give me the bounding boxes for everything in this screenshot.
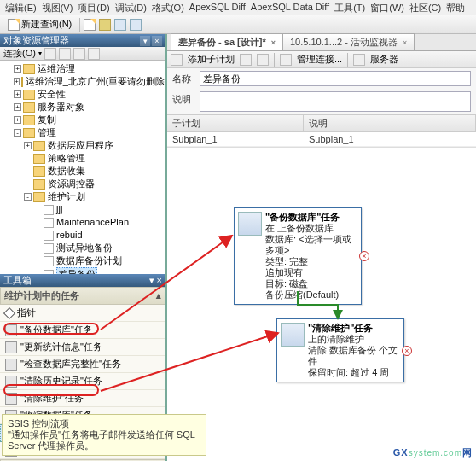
pointer-item[interactable]: 指针	[0, 305, 165, 322]
tree-label: 策略管理	[48, 152, 85, 165]
toolbox-title: 工具箱	[3, 274, 32, 287]
filter-icon[interactable]	[59, 48, 71, 60]
save-all-icon[interactable]	[130, 19, 142, 31]
tree-node[interactable]: +服务器对象	[3, 101, 165, 114]
tree-node[interactable]: 数据收集	[3, 165, 165, 178]
tree-twist-icon[interactable]: +	[14, 116, 21, 124]
menu-item[interactable]: 视图(V)	[42, 2, 73, 13]
tooltip-body: "通知操作员"任务将电子邮件发送给任何 SQL Server 代理操作员。	[8, 429, 200, 452]
tree-node[interactable]: +复制	[3, 114, 165, 126]
menu-item[interactable]: 项目(D)	[78, 2, 109, 13]
menu-item[interactable]: ApexSQL Diff	[189, 2, 246, 13]
delete-subplan-icon[interactable]	[257, 54, 269, 66]
tab-design[interactable]: 差异备份 - sa [设计]* ×	[171, 33, 283, 50]
new-query-button[interactable]: 新建查询(N)	[3, 16, 76, 32]
backup-database-task[interactable]: "备份数据库"任务 在 上备份数据库 数据库: <选择一项或多项> 类型: 完整…	[234, 207, 362, 305]
menu-item[interactable]: 调试(D)	[115, 2, 147, 13]
menu-item[interactable]: 格式(O)	[152, 2, 184, 13]
tab-close-icon[interactable]: ×	[403, 38, 407, 47]
save-icon[interactable]	[114, 19, 126, 31]
tree-label: 资源调控器	[48, 178, 95, 190]
add-subplan-button[interactable]: 添加子计划	[188, 53, 235, 66]
panel-dropdown-icon[interactable]: ▾	[140, 36, 150, 46]
tree-node[interactable]: +运维治理_北京广州(重要请勿删除)	[3, 75, 165, 88]
tree-node[interactable]: -管理	[3, 126, 165, 139]
task-icon	[5, 376, 17, 388]
task-item[interactable]: "清除维护"任务	[0, 390, 165, 407]
tree-node[interactable]: 差异备份	[3, 267, 165, 274]
tree-twist-icon[interactable]: +	[14, 78, 20, 85]
servers-button[interactable]: 服务器	[370, 53, 398, 66]
col-desc[interactable]: 说明	[304, 115, 476, 131]
tree-node[interactable]: +安全性	[3, 88, 165, 101]
task-item[interactable]: "更新统计信息"任务	[0, 339, 165, 356]
connect-label[interactable]: 连接(O)	[3, 47, 36, 60]
tree-twist-icon[interactable]: -	[14, 129, 21, 137]
task-item[interactable]: "检查数据库完整性"任务	[0, 356, 165, 373]
tree-node[interactable]: rebuid	[3, 229, 165, 242]
servers-icon[interactable]	[353, 54, 365, 66]
script-icon[interactable]	[88, 48, 100, 60]
watermark: GXsystem.com网	[393, 444, 473, 459]
folder-icon	[23, 90, 35, 100]
task-item[interactable]: "备份数据库"任务	[0, 322, 165, 339]
tree-node[interactable]: 数据库备份计划	[3, 254, 165, 267]
subplan-row[interactable]: Subplan_1 Subplan_1	[167, 132, 476, 147]
delete-task-icon[interactable]: ×	[359, 251, 369, 261]
item-icon	[44, 270, 54, 275]
design-canvas[interactable]: "备份数据库"任务 在 上备份数据库 数据库: <选择一项或多项> 类型: 完整…	[167, 147, 476, 461]
menu-item[interactable]: ApexSQL Data Diff	[251, 2, 329, 13]
separator	[79, 18, 80, 32]
col-subplan[interactable]: 子计划	[167, 115, 304, 131]
tree-node[interactable]: 测试异地备份	[3, 242, 165, 254]
toolbox-close-icon[interactable]: ×	[157, 275, 162, 285]
name-input[interactable]	[200, 71, 471, 86]
toolbox-dropdown-icon[interactable]: ▾	[149, 275, 154, 285]
cleanup-task-icon	[281, 323, 305, 347]
name-row: 名称	[167, 68, 476, 89]
tree-node[interactable]: 资源调控器	[3, 178, 165, 190]
object-explorer-tree[interactable]: +运维治理+运维治理_北京广州(重要请勿删除)+安全性+服务器对象+复制-管理+…	[0, 61, 165, 274]
tab-close-icon[interactable]: ×	[271, 38, 276, 47]
collapse-icon[interactable]: ▴	[156, 290, 161, 301]
task-item[interactable]: "清除历史记录"任务	[0, 373, 165, 390]
task-section-header[interactable]: 维护计划中的任务 ▴	[0, 287, 165, 305]
menu-item[interactable]: 编辑(E)	[5, 2, 37, 13]
tree-node[interactable]: 策略管理	[3, 152, 165, 165]
tree-twist-icon[interactable]: -	[24, 193, 32, 201]
panel-close-icon[interactable]: ×	[152, 36, 162, 46]
menu-item[interactable]: 社区(C)	[409, 2, 441, 13]
desc-input[interactable]	[200, 91, 471, 112]
menu-item[interactable]: 工具(T)	[334, 2, 365, 13]
open-icon[interactable]	[84, 19, 96, 31]
tree-twist-icon[interactable]: +	[24, 142, 32, 149]
delete-task-icon[interactable]: ×	[402, 346, 412, 356]
task-icon	[5, 393, 17, 405]
tree-twist-icon[interactable]: +	[14, 90, 21, 98]
folder-icon[interactable]	[99, 19, 111, 31]
cleanup-maintenance-task[interactable]: "清除维护"任务 上的清除维护 清除 数据库备份 个文件 保留时间: 超过 4 …	[276, 318, 404, 382]
connections-icon[interactable]	[280, 54, 292, 66]
tree-node[interactable]: jjj	[3, 203, 165, 216]
task-label: "清除历史记录"任务	[20, 375, 102, 388]
menu-item[interactable]: 窗口(W)	[370, 2, 404, 13]
subplan-grid-header: 子计划 说明	[167, 114, 476, 132]
tree-node[interactable]: +数据层应用程序	[3, 139, 165, 152]
tree-twist-icon[interactable]: +	[14, 103, 21, 111]
tree-label: 数据库备份计划	[56, 254, 122, 267]
tree-node[interactable]: -维护计划	[3, 190, 165, 203]
stop-icon[interactable]	[73, 48, 85, 60]
dropdown-icon[interactable]: ▾	[38, 50, 42, 57]
tree-twist-icon[interactable]: +	[14, 65, 21, 73]
tab-label: 差异备份 - sa [设计]*	[178, 36, 266, 49]
connections-button[interactable]: 管理连接...	[297, 53, 342, 66]
cell-subplan: Subplan_1	[167, 132, 304, 146]
subplan-props-icon[interactable]	[240, 54, 252, 66]
task-label: "更新统计信息"任务	[20, 341, 102, 353]
add-subplan-icon[interactable]	[171, 54, 183, 66]
tab-activity-monitor[interactable]: 10.5.10.1...2 - 活动监视器 ×	[282, 33, 415, 50]
refresh-icon[interactable]	[44, 48, 56, 60]
tree-node[interactable]: +运维治理	[3, 62, 165, 75]
menu-item[interactable]: 帮助	[446, 2, 465, 13]
tree-node[interactable]: MaintenancePlan	[3, 216, 165, 229]
